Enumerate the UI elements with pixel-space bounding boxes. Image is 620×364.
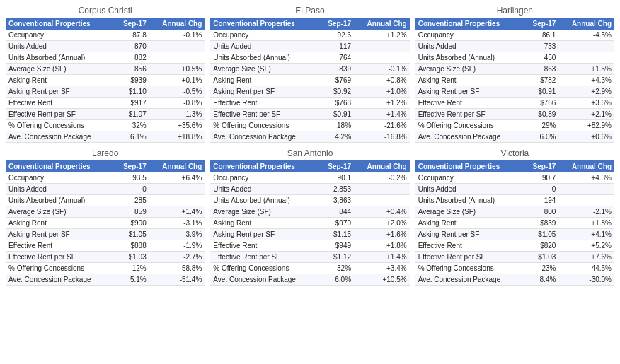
row-change: +0.1% <box>149 75 205 86</box>
row-value: $1.07 <box>114 109 149 120</box>
row-value: $949 <box>318 240 354 252</box>
row-change <box>149 41 205 52</box>
city-block-laredo: LaredoConventional PropertiesSep-17Annua… <box>6 148 205 286</box>
row-change: -4.5% <box>558 30 614 41</box>
row-change: -1.9% <box>149 240 205 252</box>
row-value: 6.0% <box>318 274 354 286</box>
row-label: Effective Rent <box>210 98 318 109</box>
table-header-1: Sep-17 <box>114 18 149 30</box>
table-row: Ave. Concession Package6.0%+10.5% <box>210 274 409 286</box>
row-label: Occupancy <box>6 172 114 184</box>
table-row: Asking Rent per SF$1.10-0.5% <box>6 86 205 98</box>
row-change: +1.5% <box>558 64 614 75</box>
city-block-corpus-christi: Corpus ChristiConventional PropertiesSep… <box>6 6 205 143</box>
row-label: Effective Rent per SF <box>210 109 318 120</box>
row-label: Asking Rent per SF <box>6 229 114 240</box>
row-label: % Offering Concessions <box>6 263 114 274</box>
row-label: Effective Rent per SF <box>6 252 114 263</box>
table-row: Asking Rent$839+1.8% <box>415 218 614 229</box>
row-change <box>354 41 410 52</box>
row-change: +4.3% <box>558 172 614 184</box>
table-row: Units Added117 <box>210 41 409 52</box>
table-row: Average Size (SF)800-2.1% <box>415 206 614 218</box>
table-header-2: Annual Chg <box>558 160 614 172</box>
table-header-1: Sep-17 <box>523 18 558 30</box>
row-value: 863 <box>523 64 558 75</box>
table-row: Ave. Concession Package5.1%-51.4% <box>6 274 205 286</box>
row-label: Units Absorbed (Annual) <box>6 195 114 206</box>
row-value: 92.6 <box>318 30 354 41</box>
row-label: Occupancy <box>415 172 524 184</box>
city-title: San Antonio <box>210 148 409 158</box>
row-change: -0.1% <box>354 64 410 75</box>
row-change: +7.6% <box>558 252 614 263</box>
row-value: 117 <box>318 41 354 52</box>
table-row: Average Size (SF)839-0.1% <box>210 64 409 75</box>
row-label: Units Added <box>210 41 318 52</box>
row-label: Ave. Concession Package <box>415 274 524 286</box>
table-header-0: Conventional Properties <box>6 18 114 30</box>
row-value: $1.03 <box>523 252 558 263</box>
table-row: Effective Rent$949+1.8% <box>210 240 409 252</box>
row-change <box>149 184 205 195</box>
table-row: Effective Rent per SF$0.89+2.1% <box>415 109 614 120</box>
table-header-1: Sep-17 <box>318 160 354 172</box>
row-label: Asking Rent <box>210 75 318 86</box>
row-label: Units Absorbed (Annual) <box>415 52 524 64</box>
table-row: Asking Rent$900-3.1% <box>6 218 205 229</box>
row-label: Effective Rent per SF <box>415 109 524 120</box>
row-value: 194 <box>523 195 558 206</box>
row-value: $763 <box>318 98 354 109</box>
row-label: Ave. Concession Package <box>6 131 114 143</box>
row-value: 0 <box>523 184 558 195</box>
row-change: -30.0% <box>558 274 614 286</box>
row-change: +3.4% <box>354 263 410 274</box>
row-label: Average Size (SF) <box>415 206 524 218</box>
row-label: Occupancy <box>210 172 318 184</box>
row-change: -44.5% <box>558 263 614 274</box>
table-row: % Offering Concessions32%+3.4% <box>210 263 409 274</box>
row-label: Asking Rent <box>415 75 524 86</box>
table-row: Effective Rent per SF$1.03+7.6% <box>415 252 614 263</box>
row-label: Ave. Concession Package <box>210 274 318 286</box>
city-title: Laredo <box>6 148 205 158</box>
row-value: 86.1 <box>523 30 558 41</box>
table-row: Ave. Concession Package4.2%-16.8% <box>210 131 409 143</box>
row-value: $0.89 <box>523 109 558 120</box>
table-row: % Offering Concessions12%-58.8% <box>6 263 205 274</box>
table-header-1: Sep-17 <box>523 160 558 172</box>
row-change: -58.8% <box>149 263 205 274</box>
row-change: +0.5% <box>149 64 205 75</box>
row-change: -16.8% <box>354 131 410 143</box>
row-value: 839 <box>318 64 354 75</box>
table-row: Effective Rent$766+3.6% <box>415 98 614 109</box>
row-label: Occupancy <box>415 30 524 41</box>
row-label: Asking Rent <box>210 218 318 229</box>
row-label: Units Added <box>415 41 524 52</box>
row-change <box>558 52 614 64</box>
table-row: % Offering Concessions23%-44.5% <box>415 263 614 274</box>
row-label: Units Added <box>6 41 114 52</box>
table-row: Ave. Concession Package8.4%-30.0% <box>415 274 614 286</box>
row-value: 882 <box>114 52 149 64</box>
row-value: 450 <box>523 52 558 64</box>
row-label: Effective Rent <box>210 240 318 252</box>
city-table: Conventional PropertiesSep-17Annual ChgO… <box>415 160 614 286</box>
row-change <box>354 184 410 195</box>
row-value: 0 <box>114 184 149 195</box>
table-row: Units Added0 <box>6 184 205 195</box>
row-value: 870 <box>114 41 149 52</box>
row-label: Asking Rent <box>415 218 524 229</box>
row-label: Ave. Concession Package <box>6 274 114 286</box>
table-row: Asking Rent per SF$0.91+2.9% <box>415 86 614 98</box>
row-change <box>558 184 614 195</box>
row-value: $782 <box>523 75 558 86</box>
row-change: +0.4% <box>354 206 410 218</box>
row-value: 844 <box>318 206 354 218</box>
row-change: -51.4% <box>149 274 205 286</box>
row-label: Units Absorbed (Annual) <box>210 52 318 64</box>
row-change: +5.2% <box>558 240 614 252</box>
row-value: 3,863 <box>318 195 354 206</box>
row-label: Effective Rent <box>6 240 114 252</box>
row-change: -0.1% <box>149 30 205 41</box>
